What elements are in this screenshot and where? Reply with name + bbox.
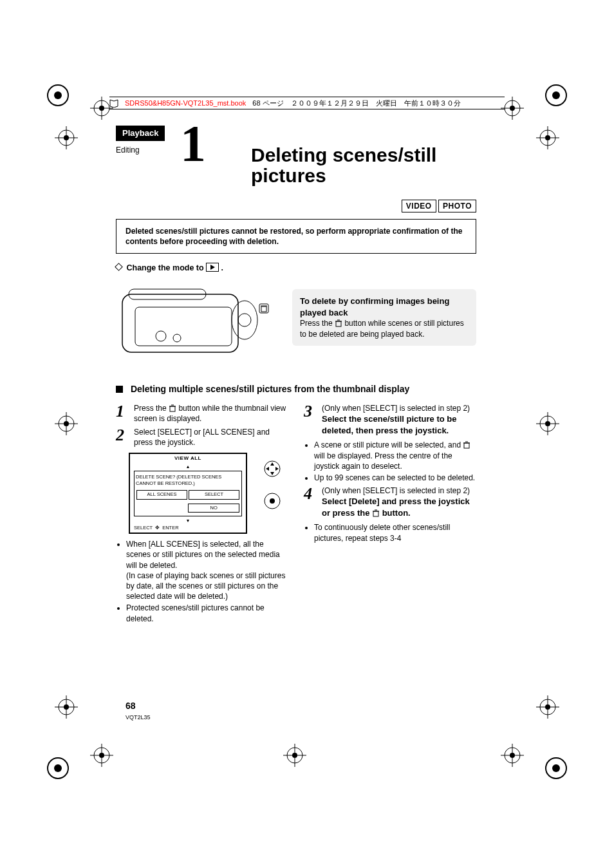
screen-btn-all-scenes: ALL SCENES [136, 490, 187, 499]
step-3: 3 (Only when [SELECT] is selected in ste… [304, 403, 476, 436]
joystick-nav-icon [263, 459, 282, 481]
svg-rect-60 [261, 307, 266, 312]
svg-rect-65 [170, 406, 175, 411]
svg-point-3 [552, 91, 560, 99]
left-notes: When [ALL SCENES] is selected, all the s… [116, 539, 288, 624]
trash-icon [463, 441, 470, 449]
step-4-notes: To continuously delete other scenes/stil… [304, 522, 476, 543]
joystick-press-icon [263, 491, 282, 513]
svg-point-39 [99, 753, 104, 758]
svg-point-11 [510, 106, 515, 111]
playback-mode-icon [206, 263, 219, 272]
section-heading-text: Deleting multiple scenes/still pictures … [131, 384, 409, 394]
title-line-2: pictures [251, 165, 326, 186]
diamond-bullet-icon [115, 263, 123, 272]
svg-point-7 [99, 106, 104, 111]
warning-box: Deleted scenes/still pictures cannot be … [116, 219, 476, 254]
header-pageinfo: 68 ページ ２００９年１２月２９日 火曜日 午前１０時３０分 [252, 99, 460, 108]
header-filename: SDRS50&H85GN-VQT2L35_mst.book [125, 99, 246, 108]
step-2: 2 Select [SELECT] or [ALL SCENES] and pr… [116, 427, 288, 448]
book-icon [109, 99, 118, 108]
step-number: 3 [304, 403, 317, 436]
svg-point-56 [173, 334, 181, 342]
register-mark-icon [501, 744, 524, 767]
callout-body: Press the button while scenes or still p… [300, 318, 469, 339]
screen-footer-enter: ENTER [162, 525, 178, 531]
screen-btn-select: SELECT [189, 490, 239, 499]
camcorder-illustration [116, 281, 277, 365]
camera-screen-illustration: VIEW ALL ▲ DELETE SCENE? (DELETED SCENES… [129, 453, 247, 534]
screen-title: VIEW ALL [130, 454, 246, 464]
note-item: Up to 99 scenes can be selected to be de… [314, 473, 476, 483]
trash-icon [335, 319, 342, 327]
chapter-number: 1 [180, 109, 206, 178]
step-1: 1 Press the button while the thumbnail v… [116, 403, 288, 424]
change-mode-post: . [221, 263, 223, 272]
register-mark-icon [536, 126, 559, 149]
globe-mark-icon [46, 84, 70, 107]
page-number: 68 [126, 700, 136, 712]
photo-badge: PHOTO [438, 200, 476, 212]
title-line-1: Deleting scenes/still [251, 144, 436, 165]
step-1-text: Press the button while the thumbnail vie… [134, 403, 288, 424]
register-mark-icon [55, 126, 78, 149]
note-item: A scene or still picture will be selecte… [314, 440, 476, 471]
right-column: 3 (Only when [SELECT] is selected in ste… [304, 401, 476, 625]
section-heading: Deleting multiple scenes/still pictures … [116, 383, 476, 395]
screen-footer-select: SELECT [134, 525, 153, 531]
svg-point-35 [545, 704, 550, 710]
register-mark-icon [283, 744, 306, 767]
svg-point-55 [156, 331, 166, 341]
screen-message: DELETE SCENE? (DELETED SCENES CANNOT BE … [136, 474, 240, 487]
svg-rect-52 [122, 294, 238, 352]
step-4-condition: (Only when [SELECT] is selected in step … [322, 486, 476, 496]
square-bullet-icon [116, 386, 123, 393]
svg-point-31 [64, 704, 69, 710]
svg-point-19 [545, 135, 550, 140]
svg-rect-62 [336, 321, 341, 326]
page-content: Playback Editing 1 Deleting scenes/still… [116, 126, 476, 625]
globe-mark-icon [544, 84, 568, 107]
document-id: VQT2L35 [126, 713, 151, 721]
register-mark-icon [90, 744, 113, 767]
svg-point-43 [292, 753, 297, 758]
svg-point-49 [54, 764, 62, 772]
register-mark-icon [536, 695, 559, 719]
trash-icon [372, 509, 380, 516]
callout-delete-during-playback: To delete by confirming images being pla… [292, 289, 476, 345]
mode-badges: VIDEO PHOTO [402, 200, 476, 212]
svg-point-58 [238, 314, 251, 326]
register-mark-icon [536, 412, 559, 435]
svg-rect-71 [464, 443, 469, 448]
step-2-text: Select [SELECT] or [ALL SCENES] and pres… [134, 427, 288, 448]
svg-point-47 [510, 753, 515, 758]
svg-point-27 [545, 421, 550, 426]
step-4: 4 (Only when [SELECT] is selected in ste… [304, 486, 476, 518]
step-number: 1 [116, 403, 129, 424]
callout-title: To delete by confirming images being pla… [300, 296, 469, 318]
page-title: Deleting scenes/still pictures [251, 145, 436, 185]
header-bar: SDRS50&H85GN-VQT2L35_mst.book 68 ページ ２００… [109, 97, 505, 109]
register-mark-icon [55, 695, 78, 719]
step-number: 2 [116, 427, 129, 448]
globe-mark-icon [544, 757, 568, 780]
manual-page: SDRS50&H85GN-VQT2L35_mst.book 68 ページ ２００… [0, 0, 614, 868]
svg-point-15 [64, 135, 69, 140]
left-column: 1 Press the button while the thumbnail v… [116, 401, 288, 625]
svg-point-57 [232, 301, 257, 339]
step-3-text: Select the scene/still picture to be del… [322, 413, 476, 436]
step-3-notes: A scene or still picture will be selecte… [304, 440, 476, 483]
note-item: To continuously delete other scenes/stil… [314, 522, 476, 543]
change-mode-pre: Change the mode to [126, 263, 206, 272]
svg-rect-54 [135, 307, 232, 346]
step-3-condition: (Only when [SELECT] is selected in step … [322, 403, 476, 413]
register-mark-icon [55, 412, 78, 435]
section-tab: Playback [116, 126, 165, 141]
step-number: 4 [304, 486, 317, 518]
svg-rect-74 [373, 511, 378, 516]
change-mode-instruction: Change the mode to . [116, 263, 476, 274]
step-4-text: Select [Delete] and press the joystick o… [322, 496, 476, 518]
svg-point-1 [54, 91, 62, 99]
trash-icon [169, 404, 176, 412]
note-item: Protected scenes/still pictures cannot b… [126, 603, 288, 623]
